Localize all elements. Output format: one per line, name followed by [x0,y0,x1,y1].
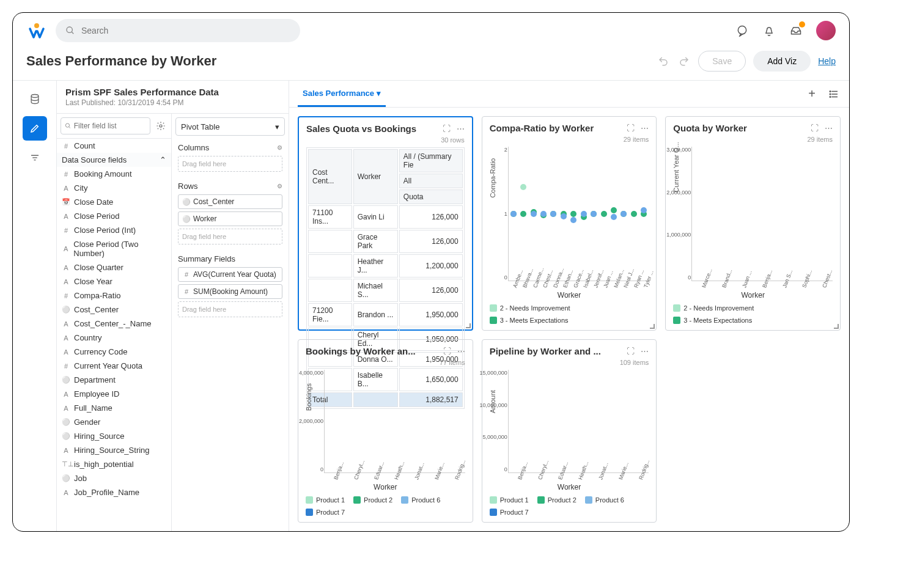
rail-filter-icon[interactable] [23,145,47,170]
config-pill[interactable]: ⚪Cost_Center [178,194,282,209]
field-item[interactable]: AJob_Profile_Name [57,485,171,499]
inbox-icon[interactable] [789,24,803,37]
viz-type-select[interactable]: Pivot Table ▾ [175,117,285,136]
field-item[interactable]: AClose Year [57,274,171,288]
field-item[interactable]: AEmployee ID [57,387,171,401]
legend-item: Product 7 [306,509,345,516]
card-meta: 29 items [673,136,833,143]
field-item[interactable]: ACurrency Code [57,345,171,359]
undo-icon[interactable] [657,54,670,68]
data-point [531,211,537,217]
card-compa-ratio[interactable]: Compa-Ratio by Worker ⛶⋯ 29 items Compa-… [482,116,657,331]
more-icon[interactable]: ⋯ [457,347,465,356]
more-icon[interactable]: ⋯ [641,123,649,133]
svg-point-1 [67,27,72,32]
rows-label: Rows [178,182,198,191]
expand-icon[interactable]: ⛶ [811,123,819,133]
more-icon[interactable]: ⋯ [825,123,833,133]
settings-icon[interactable]: ⚙ [277,144,282,151]
user-avatar[interactable] [816,21,836,40]
rail-edit-icon[interactable] [23,116,47,141]
tab-sales-performance[interactable]: Sales Performance▾ [298,81,386,107]
save-button[interactable]: Save [698,51,746,72]
chevron-up-icon: ⌃ [160,155,166,164]
field-item[interactable]: 📅Close Date [57,195,171,209]
bell-icon[interactable] [762,24,776,37]
chat-icon[interactable] [735,24,749,37]
columns-label: Columns [178,143,209,152]
legend-item: Product 2 [537,496,576,504]
field-item[interactable]: AFull_Name [57,401,171,415]
card-pipeline-by-worker[interactable]: Pipeline by Worker and ... ⛶⋯ 109 items … [482,339,657,523]
svg-point-10 [160,125,162,127]
more-icon[interactable]: ⋯ [641,347,649,356]
add-tab-icon[interactable]: + [805,87,819,101]
data-point [581,211,587,217]
field-item[interactable]: ⚪Gender [57,415,171,429]
field-item[interactable]: ⚪Hiring_Source [57,429,171,443]
field-item[interactable]: ⊤⊥is_high_potential [57,457,171,471]
app-logo[interactable] [26,20,47,41]
field-count[interactable]: #Count [57,139,171,153]
field-item[interactable]: ACost_Center_-_Name [57,317,171,331]
summary-label: Summary Fields [178,254,235,263]
expand-icon[interactable]: ⛶ [443,347,451,356]
fields-section-header[interactable]: Data Source fields ⌃ [57,153,171,167]
legend-item: Product 2 [353,496,392,504]
field-item[interactable]: AClose Period [57,209,171,223]
rail-data-icon[interactable] [23,87,47,111]
field-item[interactable]: ⚪Department [57,373,171,387]
legend-item: 3 - Meets Expectations [490,317,569,324]
field-item[interactable]: #Current Year Quota [57,359,171,373]
list-icon[interactable] [827,87,841,101]
columns-dropzone[interactable]: Drag field here [178,156,282,172]
redo-icon[interactable] [677,54,691,68]
global-search[interactable] [56,19,300,42]
card-bookings-by-worker[interactable]: Bookings by Worker an... ⛶⋯ 77 items Boo… [298,339,473,523]
svg-point-8 [65,123,69,127]
field-item[interactable]: ⚪Job [57,471,171,485]
field-item[interactable]: AHiring_Source_String [57,443,171,457]
settings-icon[interactable]: ⚙ [277,183,282,189]
field-item[interactable]: #Compa-Ratio [57,288,171,303]
card-sales-quota-vs-bookings[interactable]: Sales Quota vs Bookings ⛶⋯ 30 rows Cost … [298,116,473,331]
config-pill[interactable]: #AVG(Current Year Quota) [178,267,282,282]
data-point [570,211,576,217]
rows-dropzone[interactable]: Drag field here [178,229,282,244]
resize-handle[interactable] [466,323,471,328]
gear-icon[interactable] [154,119,168,133]
resize-handle[interactable] [650,324,655,329]
field-item[interactable]: #Close Period (Int) [57,223,171,237]
search-input[interactable] [81,26,290,35]
svg-point-15 [830,94,831,95]
datasource-subtitle: Last Published: 10/31/2019 4:54 PM [65,98,280,107]
data-point [540,211,547,217]
svg-point-14 [830,90,831,92]
data-point [641,207,647,213]
x-axis-label: Worker [673,291,833,300]
add-viz-button[interactable]: Add Viz [753,51,811,72]
more-icon[interactable]: ⋯ [457,124,465,133]
table-row: Grace Park126,000 [308,230,463,253]
datasource-title: Prism SPF Sales Performance Data [65,87,280,97]
field-item[interactable]: #Booking Amount [57,167,171,181]
field-item[interactable]: AClose Period (Two Number) [57,237,171,260]
config-pill[interactable]: #SUM(Booking Amount) [178,284,282,299]
data-point [611,207,617,213]
chevron-down-icon: ▾ [377,89,381,98]
help-link[interactable]: Help [818,56,836,66]
field-item[interactable]: ⚪Cost_Center [57,303,171,317]
resize-handle[interactable] [834,324,839,329]
field-item[interactable]: ACountry [57,331,171,345]
summary-dropzone[interactable]: Drag field here [178,301,282,317]
data-point [601,211,607,217]
expand-icon[interactable]: ⛶ [627,347,635,356]
data-point [570,217,576,223]
expand-icon[interactable]: ⛶ [443,124,451,133]
card-quota-by-worker[interactable]: Quota by Worker ⛶⋯ 29 items Current Year… [665,116,841,331]
field-item[interactable]: AClose Quarter [57,260,171,274]
expand-icon[interactable]: ⛶ [627,123,635,133]
config-pill[interactable]: ⚪Worker [178,211,282,226]
filter-fields-input[interactable] [61,117,150,134]
field-item[interactable]: ACity [57,181,171,195]
